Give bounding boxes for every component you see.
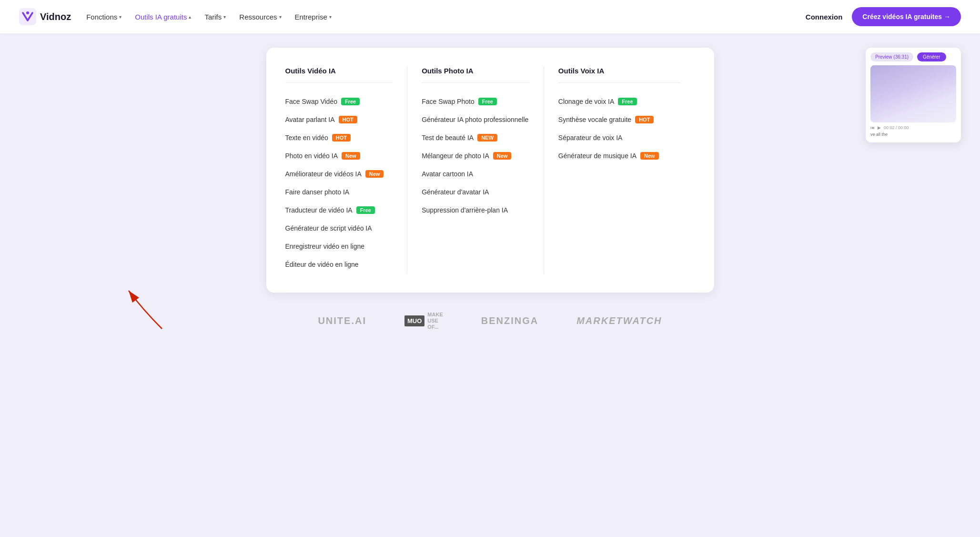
logo[interactable]: Vidnoz [19,8,71,25]
svg-rect-0 [19,8,36,25]
preview-panel: Preview (36:31) Générer ⏮ ▶ 00:02 / 00:0… [866,48,961,142]
chevron-down-icon: ▾ [223,14,226,20]
preview-image-inner [870,65,956,122]
video-column-title: Outils Vidéo IA [285,67,393,83]
header-right: Connexion Créez vidéos IA gratuites → [806,7,961,26]
menu-item-face-swap-photo[interactable]: Face Swap Photo Free [422,92,529,111]
dropdown-panel: Outils Vidéo IA Face Swap Vidéo Free Ava… [266,48,714,293]
photo-column: Outils Photo IA Face Swap Photo Free Gén… [422,67,544,274]
photo-column-title: Outils Photo IA [422,67,529,83]
badge-hot: HOT [332,134,351,142]
nav-item-ressources[interactable]: Ressources ▾ [239,13,281,21]
generate-button[interactable]: Générer [917,52,946,61]
menu-item-texte-video[interactable]: Texte en vidéo HOT [285,129,393,147]
rewind-icon[interactable]: ⏮ [870,125,875,130]
badge-hot: HOT [339,116,357,123]
vidnoz-logo-icon [19,8,36,25]
menu-item-generateur-avatar[interactable]: Générateur d'avatar IA [422,183,529,201]
preview-button[interactable]: Preview (36:31) [870,52,913,61]
voice-column: Outils Voix IA Clonage de voix IA Free S… [558,67,695,274]
brand-marketwatch: MarketWatch [576,315,662,326]
menu-item-avatar-parlant[interactable]: Avatar parlant IA HOT [285,111,393,129]
menu-item-enregistreur-video[interactable]: Enregistreur vidéo en ligne [285,237,393,255]
menu-item-synthese-vocale[interactable]: Synthèse vocale gratuite HOT [558,111,681,129]
preview-image [870,65,956,122]
menu-item-ameliorateur-videos[interactable]: Améliorateur de vidéos IA New [285,165,393,183]
badge-free: Free [618,98,636,105]
badge-free: Free [341,98,360,105]
menu-item-suppression-arriere-plan[interactable]: Suppression d'arrière-plan IA [422,201,529,219]
create-videos-button[interactable]: Créez vidéos IA gratuites → [852,7,961,26]
preview-text: ve all the [870,131,956,138]
menu-item-separateur-voix[interactable]: Séparateur de voix IA [558,129,681,147]
badge-new: New [640,152,659,160]
badge-new: New [493,152,512,160]
badge-hot: HOT [635,116,654,123]
chevron-down-icon: ▾ [119,14,121,20]
badge-new: NEW [477,134,497,142]
brand-unite-ai: UNITE.AI [318,315,366,326]
preview-controls: ⏮ ▶ 00:02 / 00:00 [870,122,956,131]
chevron-down-icon: ▾ [329,14,332,20]
badge-new: New [342,152,360,160]
muo-text: MAKEUSEOF... [427,312,443,331]
brand-benzinga: BENZINGA [481,315,538,326]
nav-item-fonctions[interactable]: Fonctions ▾ [86,13,121,21]
brands-bar: UNITE.AI MUO MAKEUSEOF... BENZINGA Marke… [19,302,961,340]
main-content: Outils Vidéo IA Face Swap Vidéo Free Ava… [0,33,980,355]
badge-free: Free [478,98,497,105]
video-column: Outils Vidéo IA Face Swap Vidéo Free Ava… [285,67,408,274]
menu-item-clonage-voix[interactable]: Clonage de voix IA Free [558,92,681,111]
nav-item-outils-ia[interactable]: Outils IA gratuits ▴ [135,13,191,21]
connexion-button[interactable]: Connexion [806,13,843,21]
menu-item-traducteur-video[interactable]: Traducteur de vidéo IA Free [285,201,393,219]
menu-item-test-beaute[interactable]: Test de beauté IA NEW [422,129,529,147]
logo-text: Vidnoz [40,11,71,22]
dropdown-grid: Outils Vidéo IA Face Swap Vidéo Free Ava… [285,67,695,274]
playback-time: 00:02 / 00:00 [884,125,909,130]
menu-item-editeur-video[interactable]: Éditeur de vidéo en ligne [285,255,393,274]
chevron-down-icon: ▾ [279,14,282,20]
header: Vidnoz Fonctions ▾ Outils IA gratuits ▴ … [0,0,980,33]
menu-item-photo-video-ia[interactable]: Photo en vidéo IA New [285,147,393,165]
header-left: Vidnoz Fonctions ▾ Outils IA gratuits ▴ … [19,8,332,25]
brand-muo: MUO MAKEUSEOF... [404,312,443,331]
preview-header: Preview (36:31) Générer [870,52,956,61]
menu-item-avatar-cartoon[interactable]: Avatar cartoon IA [422,165,529,183]
menu-item-generateur-script[interactable]: Générateur de script vidéo IA [285,219,393,237]
play-icon[interactable]: ▶ [878,125,881,130]
menu-item-generateur-photo-pro[interactable]: Générateur IA photo professionnelle [422,111,529,129]
muo-box: MUO [404,315,424,326]
menu-item-melangeur-photo[interactable]: Mélangeur de photo IA New [422,147,529,165]
svg-point-1 [26,11,29,14]
chevron-down-icon: ▴ [189,14,191,20]
nav-item-tarifs[interactable]: Tarifs ▾ [204,13,226,21]
menu-item-face-swap-video[interactable]: Face Swap Vidéo Free [285,92,393,111]
voice-column-title: Outils Voix IA [558,67,681,83]
main-nav: Fonctions ▾ Outils IA gratuits ▴ Tarifs … [86,13,332,21]
menu-item-faire-danser[interactable]: Faire danser photo IA [285,183,393,201]
badge-new: New [365,170,384,178]
menu-item-generateur-musique[interactable]: Générateur de musique IA New [558,147,681,165]
badge-free: Free [356,206,375,214]
nav-item-entreprise[interactable]: Entreprise ▾ [295,13,332,21]
